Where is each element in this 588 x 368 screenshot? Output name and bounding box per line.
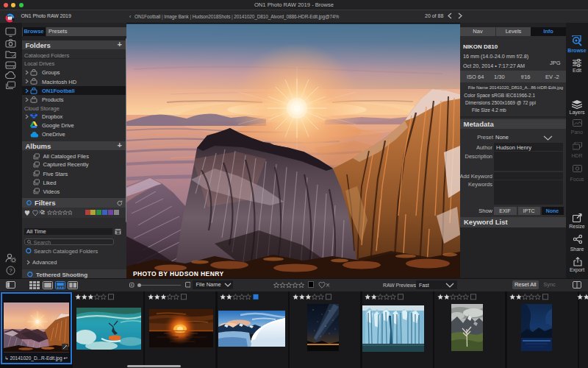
- svg-text:PHOTO BY HUDSON HENRY: PHOTO BY HUDSON HENRY: [133, 270, 223, 277]
- svg-text:?: ?: [9, 267, 12, 274]
